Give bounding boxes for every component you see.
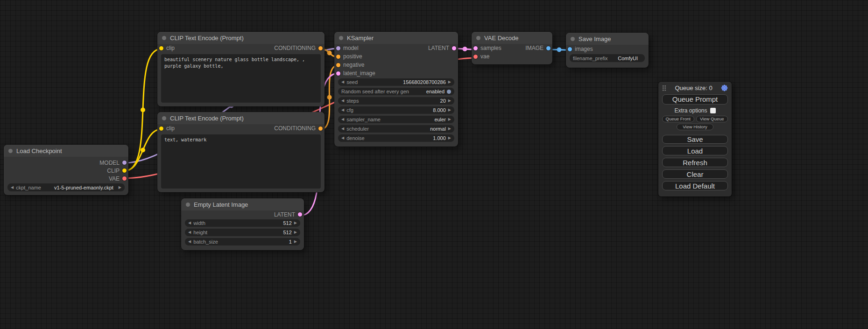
node-title-bar[interactable]: CLIP Text Encode (Prompt) bbox=[157, 32, 325, 44]
output-slot-conditioning[interactable]: CONDITIONING bbox=[274, 45, 323, 51]
increment-arrow-icon[interactable]: ▶ bbox=[294, 240, 297, 244]
model-input-dot[interactable] bbox=[336, 46, 340, 50]
view-history-button[interactable]: View History bbox=[677, 124, 713, 130]
output-slot-clip[interactable]: CLIP bbox=[107, 168, 127, 174]
output-slot-model[interactable]: MODEL bbox=[99, 160, 127, 166]
image-output-dot[interactable] bbox=[546, 46, 550, 50]
output-slot-latent[interactable]: LATENT bbox=[274, 211, 302, 218]
output-slot-image[interactable]: IMAGE bbox=[525, 45, 550, 51]
decrement-arrow-icon[interactable]: ◀ bbox=[188, 231, 191, 234]
positive-input-dot[interactable] bbox=[336, 55, 340, 59]
denoise-widget[interactable]: ◀ denoise 1.000 ▶ bbox=[338, 134, 454, 142]
cfg-widget[interactable]: ◀ cfg 8.000 ▶ bbox=[338, 106, 454, 114]
input-slot-samples[interactable]: samples bbox=[473, 45, 501, 51]
node-load-checkpoint[interactable]: Load Checkpoint MODEL CLIP VAE ◀ ckpt_na… bbox=[4, 145, 128, 195]
node-title-bar[interactable]: Load Checkpoint bbox=[4, 145, 128, 157]
collapse-dot-icon[interactable] bbox=[8, 149, 13, 153]
decrement-arrow-icon[interactable]: ◀ bbox=[341, 136, 344, 140]
prev-value-arrow-icon[interactable]: ◀ bbox=[341, 118, 344, 121]
conditioning-output-dot[interactable] bbox=[318, 46, 323, 50]
clear-button[interactable]: Clear bbox=[662, 169, 728, 179]
input-slot-negative[interactable]: negative bbox=[336, 62, 364, 68]
refresh-button[interactable]: Refresh bbox=[662, 158, 728, 167]
filename-prefix-widget[interactable]: filename_prefix ComfyUI bbox=[570, 54, 645, 62]
model-output-dot[interactable] bbox=[122, 161, 127, 165]
images-input-dot[interactable] bbox=[568, 47, 572, 51]
latent-output-dot[interactable] bbox=[452, 46, 456, 50]
random-seed-toggle-widget[interactable]: Random seed after every gen enabled bbox=[338, 88, 454, 95]
negative-input-dot[interactable] bbox=[336, 63, 340, 67]
node-vae-decode[interactable]: VAE Decode samples IMAGE vae bbox=[472, 32, 552, 64]
input-slot-positive[interactable]: positive bbox=[336, 53, 362, 60]
output-slot-vae[interactable]: VAE bbox=[109, 175, 127, 182]
toggle-knob-icon[interactable] bbox=[447, 90, 451, 94]
queue-front-button[interactable]: Queue Front bbox=[662, 116, 694, 122]
node-title-bar[interactable]: Empty Latent Image bbox=[181, 198, 304, 210]
collapse-dot-icon[interactable] bbox=[339, 36, 343, 40]
next-value-arrow-icon[interactable]: ▶ bbox=[448, 127, 451, 131]
prev-value-arrow-icon[interactable]: ◀ bbox=[341, 127, 344, 131]
clip-input-dot[interactable] bbox=[159, 46, 163, 50]
steps-widget[interactable]: ◀ steps 20 ▶ bbox=[338, 97, 454, 105]
increment-arrow-icon[interactable]: ▶ bbox=[448, 99, 451, 103]
view-queue-button[interactable]: View Queue bbox=[696, 116, 728, 122]
increment-arrow-icon[interactable]: ▶ bbox=[448, 136, 451, 140]
clip-output-dot[interactable] bbox=[122, 168, 127, 173]
node-clip-text-encode-positive[interactable]: CLIP Text Encode (Prompt) clip CONDITION… bbox=[157, 32, 325, 106]
sampler-name-widget[interactable]: ◀ sampler_name euler ▶ bbox=[338, 116, 454, 123]
decrement-arrow-icon[interactable]: ◀ bbox=[341, 108, 344, 112]
ckpt-name-widget[interactable]: ◀ ckpt_name v1-5-pruned-emaonly.ckpt ▶ bbox=[7, 183, 125, 191]
negative-prompt-textarea[interactable]: text, watermark bbox=[161, 134, 321, 189]
decrement-arrow-icon[interactable]: ◀ bbox=[188, 221, 191, 225]
next-value-arrow-icon[interactable]: ▶ bbox=[448, 118, 451, 121]
collapse-dot-icon[interactable] bbox=[162, 36, 166, 40]
queue-prompt-button[interactable]: Queue Prompt bbox=[662, 94, 728, 105]
vae-input-dot[interactable] bbox=[473, 55, 478, 59]
increment-arrow-icon[interactable]: ▶ bbox=[294, 231, 297, 234]
decrement-arrow-icon[interactable]: ◀ bbox=[341, 99, 344, 103]
decrement-arrow-icon[interactable]: ◀ bbox=[341, 80, 344, 84]
output-slot-conditioning[interactable]: CONDITIONING bbox=[274, 125, 323, 132]
seed-widget[interactable]: ◀ seed 156680208700286 ▶ bbox=[338, 78, 454, 86]
collapse-dot-icon[interactable] bbox=[476, 36, 480, 40]
batch-size-widget[interactable]: ◀ batch_size 1 ▶ bbox=[185, 238, 300, 245]
load-default-button[interactable]: Load Default bbox=[662, 181, 728, 190]
input-slot-latent-image[interactable]: latent_image bbox=[336, 70, 375, 77]
node-ksampler[interactable]: KSampler model LATENT positive negative bbox=[334, 32, 458, 147]
node-title-bar[interactable]: CLIP Text Encode (Prompt) bbox=[157, 112, 325, 124]
latent-image-input-dot[interactable] bbox=[336, 71, 340, 76]
latent-output-dot[interactable] bbox=[298, 212, 302, 217]
collapse-dot-icon[interactable] bbox=[571, 37, 575, 41]
output-slot-latent[interactable]: LATENT bbox=[428, 45, 456, 51]
input-slot-clip[interactable]: clip bbox=[159, 45, 175, 51]
drag-handle-icon[interactable] bbox=[662, 85, 666, 91]
input-slot-vae[interactable]: vae bbox=[473, 53, 489, 60]
input-slot-model[interactable]: model bbox=[336, 45, 359, 51]
width-widget[interactable]: ◀ width 512 ▶ bbox=[185, 219, 300, 227]
collapse-dot-icon[interactable] bbox=[186, 203, 190, 207]
next-value-arrow-icon[interactable]: ▶ bbox=[119, 186, 121, 189]
node-empty-latent-image[interactable]: Empty Latent Image LATENT ◀ width 512 ▶ … bbox=[181, 198, 304, 250]
load-button[interactable]: Load bbox=[662, 146, 728, 155]
extra-options-checkbox[interactable] bbox=[710, 108, 716, 113]
node-title-bar[interactable]: KSampler bbox=[334, 32, 458, 44]
increment-arrow-icon[interactable]: ▶ bbox=[448, 80, 451, 84]
prev-value-arrow-icon[interactable]: ◀ bbox=[11, 186, 14, 189]
decrement-arrow-icon[interactable]: ◀ bbox=[188, 240, 191, 244]
node-title-bar[interactable]: VAE Decode bbox=[472, 32, 552, 44]
input-slot-images[interactable]: images bbox=[568, 46, 593, 52]
save-button[interactable]: Save bbox=[662, 135, 728, 144]
queue-menu-panel[interactable]: Queue size: 0 Queue Prompt Extra options… bbox=[658, 82, 732, 196]
increment-arrow-icon[interactable]: ▶ bbox=[294, 221, 297, 225]
node-clip-text-encode-negative[interactable]: CLIP Text Encode (Prompt) clip CONDITION… bbox=[157, 112, 325, 192]
scheduler-widget[interactable]: ◀ scheduler normal ▶ bbox=[338, 125, 454, 133]
collapse-dot-icon[interactable] bbox=[162, 116, 166, 120]
settings-gear-icon[interactable] bbox=[721, 84, 728, 91]
positive-prompt-textarea[interactable]: beautiful scenery nature glass bottle la… bbox=[161, 54, 321, 103]
increment-arrow-icon[interactable]: ▶ bbox=[448, 108, 451, 112]
node-save-image[interactable]: Save Image images filename_prefix ComfyU… bbox=[566, 33, 649, 68]
input-slot-clip[interactable]: clip bbox=[159, 125, 175, 132]
comfyui-node-graph-canvas[interactable]: { "icons": { "arrow_left": "◀", "arrow_r… bbox=[0, 0, 868, 329]
node-title-bar[interactable]: Save Image bbox=[566, 33, 649, 45]
samples-input-dot[interactable] bbox=[473, 46, 478, 50]
